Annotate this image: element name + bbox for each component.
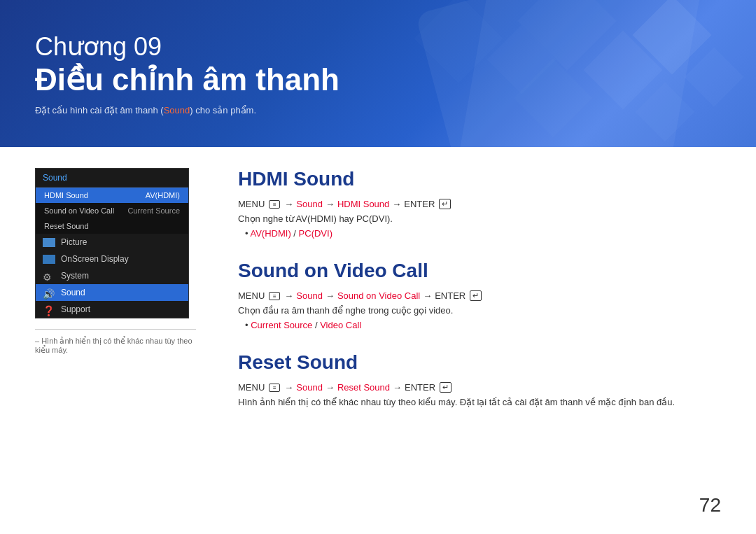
chapter-label: Chương 09 bbox=[35, 31, 721, 62]
header-banner: Chương 09 Điều chỉnh âm thanh Đặt cấu hì… bbox=[0, 0, 756, 147]
arrow: → bbox=[392, 199, 401, 209]
path-link-sound3: Sound bbox=[296, 382, 323, 393]
section-title-video-call: Sound on Video Call bbox=[238, 260, 721, 282]
tv-submenu: HDMI Sound AV(HDMI) Sound on Video Call … bbox=[36, 188, 188, 234]
right-panel: HDMI Sound MENU → Sound → HDMI Sound → E… bbox=[224, 168, 721, 513]
content-area: Sound HDMI Sound AV(HDMI) Sound on Video… bbox=[0, 147, 756, 534]
support-icon: ❓ bbox=[43, 305, 55, 314]
enter-icon3: ↵ bbox=[440, 382, 451, 393]
path-link-reset: Reset Sound bbox=[337, 382, 390, 393]
list-item-sources: Current Source / Video Call bbox=[245, 320, 721, 330]
submenu-value: Current Source bbox=[127, 206, 180, 215]
tv-menu: Sound HDMI Sound AV(HDMI) Sound on Video… bbox=[35, 168, 189, 318]
arrow: → bbox=[393, 382, 402, 393]
path-link-hdmi: HDMI Sound bbox=[337, 199, 389, 209]
footnote-text: – Hình ảnh hiển thị có thể khác nhau tùy… bbox=[35, 337, 196, 355]
onscreen-icon bbox=[43, 255, 55, 264]
enter-icon2: ↵ bbox=[470, 290, 482, 301]
section-sound-video-call: Sound on Video Call MENU → Sound → Sound… bbox=[238, 260, 721, 330]
submenu-reset-sound[interactable]: Reset Sound bbox=[36, 218, 188, 234]
subtitle-prefix: Đặt cấu hình cài đặt âm thanh ( bbox=[35, 105, 164, 115]
path-link-sound: Sound bbox=[296, 199, 323, 209]
enter-icon: ↵ bbox=[439, 199, 451, 209]
menu-word: MENU bbox=[238, 199, 265, 209]
menu-item-system[interactable]: ⚙ System bbox=[36, 267, 188, 284]
arrow: → bbox=[326, 199, 335, 209]
av-hdmi-bullet-link: AV(HDMI) bbox=[250, 228, 290, 239]
menu-label: System bbox=[61, 271, 89, 281]
path-link-sound2: Sound bbox=[296, 290, 323, 301]
current-source-link: Current Source bbox=[251, 320, 312, 330]
footnote-area: – Hình ảnh hiển thị có thể khác nhau tùy… bbox=[35, 329, 196, 355]
arrow: → bbox=[284, 290, 293, 301]
list-item-avhdmi-pcdvi: AV(HDMI) / PC(DVI) bbox=[245, 228, 721, 239]
enter-word: ENTER bbox=[435, 290, 465, 301]
hdmi-sound-list: AV(HDMI) / PC(DVI) bbox=[238, 228, 721, 239]
menu-icon bbox=[269, 200, 280, 209]
subtitle-suffix: ) cho sản phẩm. bbox=[190, 105, 256, 115]
menu-word: MENU bbox=[238, 382, 265, 393]
menu-item-picture[interactable]: Picture bbox=[36, 234, 188, 251]
menu-label: Support bbox=[61, 304, 90, 314]
hdmi-sound-desc: Chọn nghe từ AV(HDMI) hay PC(DVI). bbox=[238, 213, 721, 224]
arrow: → bbox=[423, 290, 432, 301]
menu-label: Sound bbox=[61, 288, 85, 297]
page-number: 72 bbox=[699, 494, 721, 517]
picture-icon bbox=[43, 238, 55, 247]
pc-dvi-link: PC(DVI) bbox=[356, 213, 390, 224]
submenu-hdmi-sound[interactable]: HDMI Sound AV(HDMI) bbox=[36, 188, 188, 203]
section-title-reset-sound: Reset Sound bbox=[238, 351, 721, 374]
enter-word: ENTER bbox=[404, 199, 435, 209]
video-call-link: Video Call bbox=[320, 320, 361, 330]
section-title-hdmi-sound: HDMI Sound bbox=[238, 168, 721, 190]
gear-icon: ⚙ bbox=[43, 272, 55, 281]
section-hdmi-sound: HDMI Sound MENU → Sound → HDMI Sound → E… bbox=[238, 168, 721, 239]
menu-item-support[interactable]: ❓ Support bbox=[36, 301, 188, 318]
arrow: → bbox=[326, 290, 335, 301]
menu-word: MENU bbox=[238, 290, 265, 301]
header-subtitle: Đặt cấu hình cài đặt âm thanh (Sound) ch… bbox=[35, 105, 721, 115]
arrow: → bbox=[326, 382, 335, 393]
menu-path-video-call: MENU → Sound → Sound on Video Call → ENT… bbox=[238, 290, 721, 301]
arrow: → bbox=[284, 199, 293, 209]
left-panel: Sound HDMI Sound AV(HDMI) Sound on Video… bbox=[35, 168, 196, 513]
submenu-value: AV(HDMI) bbox=[146, 191, 180, 199]
menu-item-onscreen[interactable]: OnScreen Display bbox=[36, 251, 188, 267]
subtitle-link: Sound bbox=[164, 105, 190, 115]
enter-word: ENTER bbox=[405, 382, 435, 393]
submenu-label: Reset Sound bbox=[44, 222, 89, 230]
av-hdmi-link: AV(HDMI) bbox=[296, 213, 337, 224]
submenu-label: Sound on Video Call bbox=[44, 206, 114, 215]
tv-menu-sound-header: Sound bbox=[36, 169, 188, 188]
separator: / bbox=[293, 228, 298, 239]
path-link-videocall: Sound on Video Call bbox=[337, 290, 420, 301]
video-call-desc: Chọn đầu ra âm thanh để nghe trong cuộc … bbox=[238, 305, 721, 316]
page-title: Điều chỉnh âm thanh bbox=[35, 62, 721, 99]
pc-dvi-bullet-link: PC(DVI) bbox=[299, 228, 332, 239]
arrow: → bbox=[284, 382, 293, 393]
submenu-sound-video-call[interactable]: Sound on Video Call Current Source bbox=[36, 203, 188, 218]
menu-label: Picture bbox=[61, 237, 87, 247]
video-call-list: Current Source / Video Call bbox=[238, 320, 721, 330]
sound-icon: 🔊 bbox=[43, 288, 55, 297]
menu-item-sound[interactable]: 🔊 Sound bbox=[36, 284, 188, 301]
submenu-label: HDMI Sound bbox=[44, 191, 88, 199]
menu-icon bbox=[269, 384, 280, 392]
menu-icon bbox=[269, 292, 280, 300]
section-reset-sound: Reset Sound MENU → Sound → Reset Sound →… bbox=[238, 351, 721, 407]
menu-path-reset-sound: MENU → Sound → Reset Sound → ENTER ↵ bbox=[238, 382, 721, 393]
menu-label: OnScreen Display bbox=[61, 254, 129, 264]
menu-path-hdmi-sound: MENU → Sound → HDMI Sound → ENTER ↵ bbox=[238, 199, 721, 209]
reset-sound-desc: Hình ảnh hiển thị có thể khác nhau tùy t… bbox=[238, 397, 721, 407]
